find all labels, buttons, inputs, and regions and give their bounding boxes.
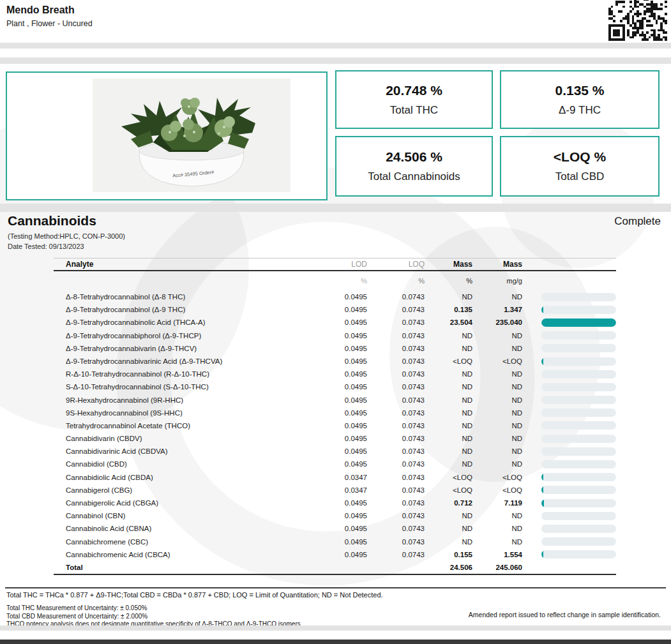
bar-track (541, 383, 616, 391)
lod-value: 0.0495 (306, 368, 367, 380)
bar-track (541, 318, 616, 327)
bar-track (541, 486, 616, 494)
testing-method: (Testing Method:HPLC, CON-P-3000) (8, 232, 125, 240)
table-row: Δ-9-Tetrahydrocannabivarin (Δ-9-THCV) 0.… (54, 342, 616, 355)
lod-value: 0.0495 (306, 303, 367, 316)
mass-bar (522, 537, 616, 546)
total-cannabinoids-box: 24.506 % Total Cannabinoids (335, 136, 493, 197)
analyte-name: Δ-9-Tetrahydrocannabivarin (Δ-9-THCV) (54, 342, 306, 355)
divider-strip (0, 204, 671, 212)
table-row: 9S-Hexahydrocannabinol (9S-HHC) 0.0495 0… (54, 407, 616, 419)
sample-photo: Acc# 35495 Order# (93, 79, 290, 192)
delta9-thc-label: Δ-9 THC (559, 104, 601, 117)
lod-value: 0.0495 (306, 445, 367, 458)
mass-mgg-value: 235.040 (472, 316, 522, 329)
mass-percent-value: ND (425, 445, 472, 458)
bar-track (541, 512, 616, 520)
lod-value: 0.0495 (306, 432, 367, 445)
mass-mgg-value: ND (472, 458, 522, 470)
mass-percent-value: ND (425, 432, 472, 445)
table-row: Δ-9-Tetrahydrocannabivarinic Acid (Δ-9-T… (54, 355, 616, 368)
analyte-name: Tetrahydrocannabinol Acetate (THCO) (54, 419, 306, 432)
mass-mgg-value: ND (472, 445, 522, 458)
analyte-name: 9R-Hexahydrocannabinol (9R-HHC) (54, 394, 306, 407)
table-row: Δ-9-Tetrahydrocannabinol (Δ-9 THC) 0.049… (54, 303, 616, 316)
mass-mgg-value: ND (472, 535, 522, 548)
col-header-mass-pct: Mass (425, 258, 472, 270)
total-thc-box: 20.748 % Total THC (335, 70, 493, 129)
analyte-name: Cannabigerol (CBG) (54, 484, 306, 497)
analyte-name: Cannabichromene (CBC) (54, 535, 306, 548)
loq-value: 0.0743 (367, 303, 425, 316)
analyte-name: Cannabigerolic Acid (CBGA) (54, 497, 306, 509)
mass-mgg-value: <LOQ (472, 355, 522, 368)
table-row: Δ-9-Tetrahydrocannabinolic Acid (THCA-A)… (54, 316, 616, 329)
mass-mgg-value: ND (472, 509, 522, 522)
bar-fill (541, 486, 543, 494)
mass-mgg-value: <LOQ (472, 484, 522, 497)
bar-fill (541, 550, 543, 558)
lod-value: 0.0347 (306, 471, 367, 484)
table-row: Cannabigerolic Acid (CBGA) 0.0495 0.0743… (54, 497, 616, 509)
lod-value: 0.0495 (306, 380, 367, 393)
total-label: Total (54, 561, 306, 574)
mass-bar (522, 460, 616, 468)
loq-value: 0.0743 (367, 329, 425, 342)
mass-percent-value: ND (425, 380, 472, 393)
mass-bar (522, 318, 616, 327)
mass-mgg-value: ND (472, 522, 522, 535)
table-row: Δ-8-Tetrahydrocannabinol (Δ-8 THC) 0.049… (54, 290, 616, 303)
divider-strip (0, 625, 671, 631)
mass-bar (522, 370, 616, 378)
bar-track (541, 357, 616, 366)
bar-track (541, 293, 616, 301)
report-title: Mendo Breath (6, 4, 75, 16)
mass-bar (522, 331, 616, 340)
table-row: Cannabidivarin (CBDV) 0.0495 0.0743 ND N… (54, 432, 616, 445)
loq-value: 0.0743 (367, 316, 425, 329)
lod-value: 0.0495 (306, 548, 367, 561)
status-complete: Complete (614, 215, 661, 228)
loq-value: 0.0743 (367, 380, 425, 393)
mass-percent-value: <LOQ (425, 484, 472, 497)
footnote-formula: Total THC = THCa * 0.877 + Δ9-THC;Total … (6, 591, 383, 599)
analyte-name: Cannabidivarin (CBDV) (54, 432, 306, 445)
analyte-name: Δ-8-Tetrahydrocannabinol (Δ-8 THC) (54, 290, 306, 303)
loq-value: 0.0743 (367, 471, 425, 484)
mass-mgg-value: 1.347 (472, 303, 522, 316)
analyte-name: S-Δ-10-Tetrahydrocannabinol (S-Δ-10-THC) (54, 380, 306, 393)
mass-bar (522, 293, 616, 301)
analyte-name: 9S-Hexahydrocannabinol (9S-HHC) (54, 407, 306, 419)
page-bottom-bar (0, 640, 671, 644)
mass-mgg-value: 1.554 (472, 548, 522, 561)
lod-value: 0.0495 (306, 407, 367, 419)
analyte-name: Δ-9-Tetrahydrocannabivarinic Acid (Δ-9-T… (54, 355, 306, 368)
mass-bar (522, 421, 616, 430)
lod-value: 0.0347 (306, 484, 367, 497)
coa-report-page: Mendo Breath Plant , Flower - Uncured Ac… (0, 0, 671, 644)
mass-mgg-value: ND (472, 290, 522, 303)
total-thc-label: Total THC (390, 104, 438, 117)
mass-mgg-value: ND (472, 419, 522, 432)
lod-value: 0.0495 (306, 394, 367, 407)
date-tested: Date Tested: 09/13/2023 (8, 243, 84, 250)
analyte-name: Cannabichromenic Acid (CBCA) (54, 548, 306, 561)
col-header-lod: LOD (306, 258, 367, 270)
loq-value: 0.0743 (367, 355, 425, 368)
mass-bar (522, 550, 616, 558)
mass-mgg-value: ND (472, 329, 522, 342)
mass-bar (522, 486, 616, 494)
table-row: 9R-Hexahydrocannabinol (9R-HHC) 0.0495 0… (54, 394, 616, 407)
unit-lod: % (306, 274, 367, 287)
mass-percent-value: <LOQ (425, 471, 472, 484)
lod-value: 0.0495 (306, 355, 367, 368)
mass-bar (522, 512, 616, 520)
mass-mgg-value: ND (472, 432, 522, 445)
total-cbd-value: <LOQ % (554, 149, 606, 165)
mass-percent-value: ND (425, 290, 472, 303)
loq-value: 0.0743 (367, 484, 425, 497)
bar-fill (541, 499, 544, 507)
report-subtitle: Plant , Flower - Uncured (6, 19, 93, 28)
loq-value: 0.0743 (367, 368, 425, 380)
bar-track (541, 499, 616, 507)
